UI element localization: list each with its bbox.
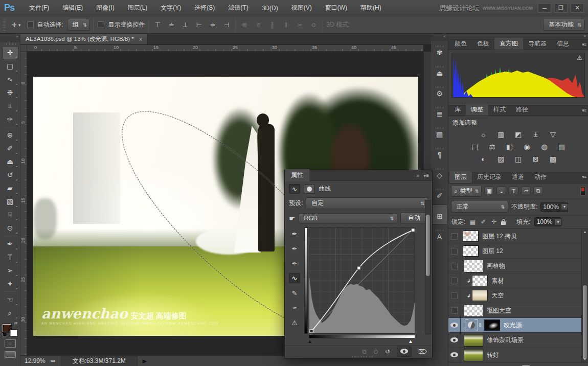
crop-tool[interactable]: ⌗ bbox=[2, 99, 18, 112]
lock-all-icon[interactable] bbox=[501, 221, 506, 225]
color-swatches[interactable]: ⇄ bbox=[3, 321, 18, 335]
smudge-tool[interactable]: ☟ bbox=[2, 208, 18, 221]
curves-icon[interactable]: ◩ bbox=[512, 130, 525, 139]
fill-field[interactable]: 100% ▾ bbox=[534, 217, 562, 226]
white-point-slider[interactable]: ▲ bbox=[408, 338, 413, 344]
menu-view[interactable]: 视图(V) bbox=[286, 2, 318, 14]
properties-tab[interactable]: 属性 bbox=[285, 169, 309, 181]
layer-row[interactable]: 画植物 bbox=[448, 259, 588, 273]
tab-histogram[interactable]: 直方图 bbox=[494, 38, 523, 50]
smooth-curve-icon[interactable]: ≈ bbox=[289, 303, 300, 313]
status-menu-arrow[interactable]: ▶ bbox=[143, 358, 147, 364]
current-tool-indicator[interactable]: ✛ ▾ bbox=[9, 20, 24, 30]
layer-row-selected[interactable]: ∞ 改光源 bbox=[448, 318, 588, 333]
layer-thumbnail[interactable] bbox=[464, 260, 483, 272]
properties-panel-button[interactable]: ⊞ bbox=[432, 204, 447, 225]
background-color-swatch[interactable] bbox=[10, 330, 17, 336]
mask-badge-icon[interactable] bbox=[304, 184, 315, 194]
panel-menu-icon[interactable]: ▾≡ bbox=[423, 173, 429, 178]
share-icon[interactable]: ➥ bbox=[51, 357, 56, 364]
scrollbar-thumb[interactable] bbox=[583, 285, 587, 359]
visibility-toggle[interactable] bbox=[448, 273, 461, 288]
panel-menu-icon[interactable]: ▾≡ bbox=[582, 174, 586, 179]
menu-edit[interactable]: 编辑(E) bbox=[57, 2, 88, 14]
toolbar-collapse[interactable]: » bbox=[0, 34, 20, 42]
threshold-icon[interactable]: ◫ bbox=[512, 154, 525, 164]
lock-position-icon[interactable]: ✛ bbox=[490, 218, 497, 225]
toggle-visibility-button[interactable] bbox=[397, 347, 412, 357]
tab-channels[interactable]: 通道 bbox=[507, 171, 529, 183]
layer-row[interactable]: 图层 12 拷贝 bbox=[448, 229, 588, 244]
menu-image[interactable]: 图像(I) bbox=[91, 2, 120, 14]
type-tool[interactable]: T bbox=[2, 250, 18, 264]
tab-adjustments[interactable]: 调整 bbox=[466, 104, 488, 116]
black-point-slider[interactable]: ▲ bbox=[307, 338, 312, 344]
scrollbar-thumb[interactable] bbox=[426, 215, 430, 276]
character-panel[interactable]: A bbox=[432, 225, 447, 245]
hand-tool[interactable]: ☜ bbox=[2, 293, 18, 306]
layer-name[interactable]: 改光源 bbox=[504, 321, 522, 330]
clip-to-layer-icon[interactable]: ⧉ bbox=[362, 348, 367, 355]
default-colors-icon[interactable] bbox=[3, 332, 7, 336]
targeted-adjustment-icon[interactable]: ☛ bbox=[289, 214, 296, 222]
clone-source-panel[interactable]: ⏏ bbox=[432, 61, 447, 82]
menu-file[interactable]: 文件(F) bbox=[24, 2, 55, 14]
gradient-map-icon[interactable]: ▩ bbox=[547, 154, 559, 164]
tab-history[interactable]: 历史记录 bbox=[472, 171, 507, 183]
menu-window[interactable]: 窗口(W) bbox=[320, 2, 353, 14]
filter-smart-objects-icon[interactable]: ⧉ bbox=[533, 187, 543, 195]
filter-shape-layers-icon[interactable]: ▱ bbox=[521, 187, 531, 195]
menu-layer[interactable]: 图层(L) bbox=[122, 2, 153, 14]
lock-transparent-pixels-icon[interactable]: ▦ bbox=[469, 218, 476, 225]
menu-select[interactable]: 选择(S) bbox=[189, 2, 220, 14]
layer-row[interactable]: 修饰杂乱场景 bbox=[448, 333, 588, 348]
history-brush-tool[interactable]: ↺ bbox=[2, 168, 18, 181]
show-transform-checkbox[interactable] bbox=[98, 21, 104, 28]
align-bottom-icon[interactable]: ⊥ bbox=[180, 21, 190, 29]
chevron-down-icon[interactable]: ▾ bbox=[561, 204, 568, 210]
tab-swatches[interactable]: 色板 bbox=[472, 38, 494, 50]
tool-presets-panel[interactable]: ⚙ bbox=[432, 82, 447, 102]
align-vertical-center-icon[interactable]: ≐ bbox=[166, 21, 176, 29]
curves-adjustment-icon[interactable] bbox=[465, 319, 478, 331]
path-selection-tool[interactable]: ➢ bbox=[2, 264, 18, 277]
white-point-eyedropper-icon[interactable]: ✒ bbox=[289, 258, 300, 268]
resize-grip[interactable] bbox=[352, 356, 373, 357]
menu-filter[interactable]: 滤镜(T) bbox=[222, 2, 254, 14]
preset-dropdown[interactable]: 自定 ⇅ bbox=[306, 197, 428, 209]
collapse-panel-icon[interactable]: » bbox=[417, 173, 420, 178]
menu-type[interactable]: 文字(Y) bbox=[155, 2, 187, 14]
pencil-icon[interactable]: ✎ bbox=[289, 288, 300, 298]
strip-collapse[interactable]: « bbox=[431, 34, 448, 41]
brush-presets-panel[interactable]: ✾ bbox=[432, 41, 447, 61]
photo-filter-icon[interactable]: ◉ bbox=[521, 142, 533, 151]
layer-name[interactable]: 天空 bbox=[491, 291, 504, 300]
layer-row[interactable]: 转好 bbox=[448, 348, 588, 362]
visibility-toggle[interactable] bbox=[448, 288, 461, 303]
layer-mask-thumbnail[interactable] bbox=[484, 319, 500, 331]
filter-type-layers-icon[interactable]: T bbox=[509, 187, 518, 195]
menu-3d[interactable]: 3D(D) bbox=[256, 3, 284, 14]
auto-button[interactable]: 自动 bbox=[400, 212, 428, 224]
close-tab-icon[interactable]: × bbox=[139, 36, 142, 42]
lasso-tool[interactable]: ∿ bbox=[2, 73, 18, 86]
layer-row[interactable]: 抠图天空 bbox=[448, 303, 588, 318]
filter-pixel-layers-icon[interactable]: ▣ bbox=[484, 187, 494, 195]
layer-row[interactable]: 图层 12 bbox=[448, 244, 588, 259]
tab-info[interactable]: 信息 bbox=[552, 38, 574, 50]
quick-selection-tool[interactable]: ❉ bbox=[2, 86, 18, 99]
layers-scrollbar[interactable]: ▲ ▼ bbox=[581, 229, 588, 362]
scroll-down-arrow[interactable]: ▼ bbox=[582, 357, 588, 361]
layer-name[interactable]: 抠图天空 bbox=[487, 306, 511, 315]
move-tool[interactable]: ✛ bbox=[2, 46, 18, 59]
document-tab[interactable]: AE3A1036.psd @ 13% (改光源, RGB/8) * × bbox=[20, 34, 148, 44]
properties-titlebar[interactable]: 属性 » ▾≡ bbox=[285, 170, 432, 181]
gray-point-eyedropper-icon[interactable]: ✒ bbox=[289, 243, 300, 254]
minimize-button[interactable]: ─ bbox=[538, 4, 551, 13]
workspace-dropdown[interactable]: 基本功能 ⇅ bbox=[543, 19, 585, 31]
visibility-toggle[interactable] bbox=[448, 303, 461, 317]
tab-actions[interactable]: 动作 bbox=[529, 171, 552, 183]
eye-icon[interactable] bbox=[450, 323, 458, 328]
align-horizontal-center-icon[interactable]: ≑ bbox=[208, 21, 218, 29]
exposure-icon[interactable]: ± bbox=[530, 130, 542, 139]
